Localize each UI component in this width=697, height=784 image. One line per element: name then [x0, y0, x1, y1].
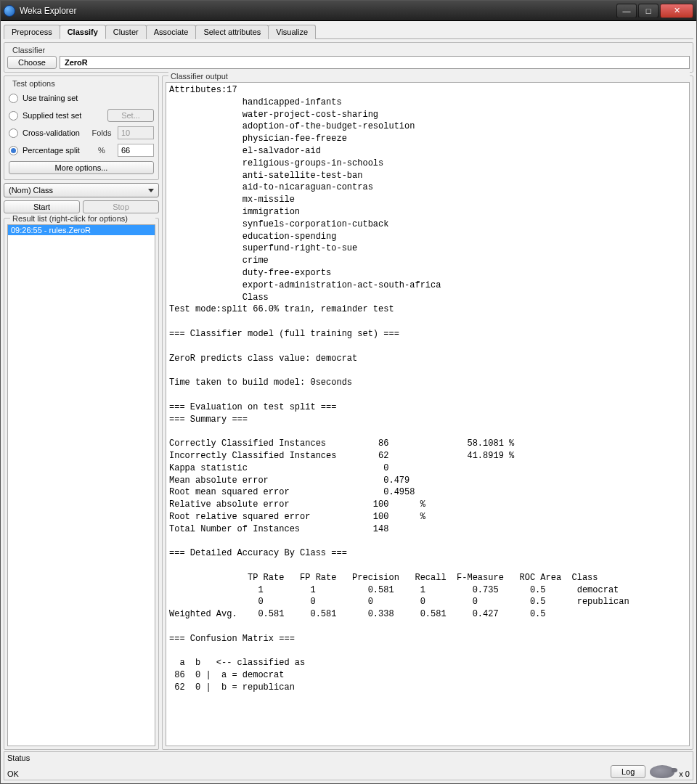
close-button[interactable]: ✕	[660, 4, 693, 18]
label-percentage-split: Percentage split	[23, 146, 86, 155]
tab-associate[interactable]: Associate	[146, 25, 197, 39]
output-label: Classifier output	[168, 72, 690, 81]
classifier-label: Classifier	[10, 46, 47, 54]
tab-select-attributes[interactable]: Select attributes	[195, 25, 269, 39]
classifier-section: Classifier Choose ZeroR	[4, 42, 693, 73]
start-button[interactable]: Start	[4, 200, 80, 213]
status-label: Status	[7, 754, 606, 762]
left-panel: Test options Use training set Supplied t…	[4, 74, 159, 750]
result-list-label: Result list (right-click for options)	[10, 214, 155, 223]
result-list-body[interactable]: 09:26:55 - rules.ZeroR	[7, 224, 155, 746]
output-section: Classifier output Attributes:17 handicap…	[162, 75, 693, 750]
pct-label: %	[90, 146, 113, 155]
status-text: OK	[7, 769, 606, 778]
content-area: Preprocess Classify Cluster Associate Se…	[1, 21, 696, 783]
choose-button[interactable]: Choose	[7, 56, 57, 69]
test-options-label: Test options	[10, 79, 57, 88]
radio-percentage-split[interactable]	[9, 146, 18, 155]
stop-button[interactable]: Stop	[83, 200, 159, 213]
radio-supplied-set[interactable]	[9, 111, 18, 121]
app-window: Weka Explorer — □ ✕ Preprocess Classify …	[0, 0, 697, 784]
minimize-button[interactable]: —	[616, 4, 637, 18]
titlebar[interactable]: Weka Explorer — □ ✕	[1, 1, 696, 21]
set-button[interactable]: Set...	[107, 109, 154, 122]
classifier-name-field[interactable]: ZeroR	[60, 56, 690, 69]
log-button[interactable]: Log	[611, 765, 645, 778]
status-bar: Status OK Log x 0	[4, 751, 693, 780]
chevron-down-icon	[148, 189, 154, 192]
label-cross-validation: Cross-validation	[23, 128, 86, 137]
window-title: Weka Explorer	[20, 6, 616, 16]
class-combo[interactable]: (Nom) Class	[4, 183, 159, 197]
result-item[interactable]: 09:26:55 - rules.ZeroR	[8, 225, 155, 235]
folds-label: Folds	[90, 128, 113, 137]
radio-training-set[interactable]	[9, 94, 18, 103]
weka-bird-icon	[650, 765, 674, 778]
tab-visualize[interactable]: Visualize	[268, 25, 316, 39]
label-supplied-set: Supplied test set	[23, 111, 103, 120]
class-combo-value: (Nom) Class	[9, 186, 53, 195]
tab-cluster[interactable]: Cluster	[105, 25, 147, 39]
task-counter: x 0	[679, 769, 690, 778]
app-icon	[4, 5, 15, 17]
folds-input[interactable]	[118, 126, 154, 139]
maximize-button[interactable]: □	[638, 4, 659, 18]
tab-preprocess[interactable]: Preprocess	[4, 25, 60, 39]
main-tabs: Preprocess Classify Cluster Associate Se…	[4, 24, 693, 39]
test-options-section: Test options Use training set Supplied t…	[4, 75, 159, 180]
more-options-button[interactable]: More options...	[9, 161, 154, 174]
classifier-output[interactable]: Attributes:17 handicapped-infants water-…	[166, 82, 690, 746]
main-split: Test options Use training set Supplied t…	[4, 74, 693, 750]
radio-cross-validation[interactable]	[9, 128, 18, 138]
window-controls: — □ ✕	[616, 4, 693, 18]
tab-classify[interactable]: Classify	[60, 25, 106, 39]
pct-input[interactable]	[118, 144, 154, 157]
label-training-set: Use training set	[23, 94, 154, 102]
result-list-section: Result list (right-click for options) 09…	[4, 218, 159, 750]
